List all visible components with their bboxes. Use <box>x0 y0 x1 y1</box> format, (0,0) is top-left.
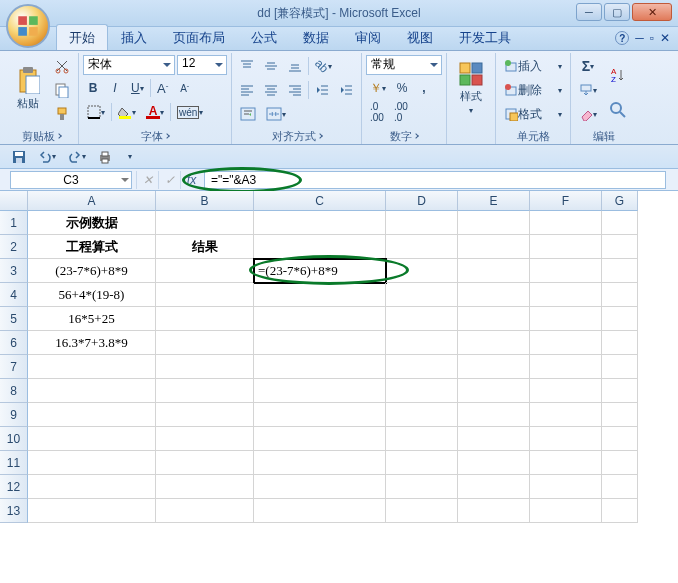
cell-C3[interactable]: =(23-7*6)+8*9 <box>254 259 386 283</box>
row-header-3[interactable]: 3 <box>0 259 28 283</box>
cell-C11[interactable] <box>254 451 386 475</box>
cell-F11[interactable] <box>530 451 602 475</box>
cell-A12[interactable] <box>28 475 156 499</box>
grow-font-button[interactable]: Aˆ <box>153 77 173 99</box>
cell-F10[interactable] <box>530 427 602 451</box>
worksheet[interactable]: ABCDEFG1示例数据2工程算式结果3(23-7*6)+8*9=(23-7*6… <box>0 191 678 523</box>
cell-G5[interactable] <box>602 307 638 331</box>
cell-F5[interactable] <box>530 307 602 331</box>
cell-B4[interactable] <box>156 283 254 307</box>
cell-G11[interactable] <box>602 451 638 475</box>
name-box[interactable]: C3 <box>10 171 132 189</box>
cell-F4[interactable] <box>530 283 602 307</box>
delete-cells-button[interactable]: 删除▾ <box>500 79 566 101</box>
align-middle-button[interactable] <box>260 55 282 77</box>
cell-E4[interactable] <box>458 283 530 307</box>
cell-E6[interactable] <box>458 331 530 355</box>
styles-button[interactable]: 样式 ▾ <box>451 55 491 121</box>
col-header-E[interactable]: E <box>458 191 530 211</box>
align-top-button[interactable] <box>236 55 258 77</box>
tab-formulas[interactable]: 公式 <box>238 24 290 50</box>
fx-button[interactable]: fx <box>180 171 202 189</box>
cell-A6[interactable]: 16.3*7+3.8*9 <box>28 331 156 355</box>
find-button[interactable] <box>603 97 633 123</box>
cell-D10[interactable] <box>386 427 458 451</box>
cell-B2[interactable]: 结果 <box>156 235 254 259</box>
cell-A10[interactable] <box>28 427 156 451</box>
cell-E2[interactable] <box>458 235 530 259</box>
qat-customize-button[interactable]: ▾ <box>120 146 140 168</box>
col-header-D[interactable]: D <box>386 191 458 211</box>
cell-G13[interactable] <box>602 499 638 523</box>
cell-A8[interactable] <box>28 379 156 403</box>
merge-button[interactable]: ▾ <box>262 103 290 125</box>
font-name-select[interactable]: 宋体 <box>83 55 175 75</box>
row-header-10[interactable]: 10 <box>0 427 28 451</box>
cell-E13[interactable] <box>458 499 530 523</box>
close-button[interactable]: ✕ <box>632 3 672 21</box>
row-header-2[interactable]: 2 <box>0 235 28 259</box>
row-header-4[interactable]: 4 <box>0 283 28 307</box>
office-button[interactable] <box>6 4 50 48</box>
font-size-select[interactable]: 12 <box>177 55 227 75</box>
cell-C9[interactable] <box>254 403 386 427</box>
copy-button[interactable] <box>50 79 74 101</box>
row-header-1[interactable]: 1 <box>0 211 28 235</box>
align-bottom-button[interactable] <box>284 55 306 77</box>
cut-button[interactable] <box>50 55 74 77</box>
cell-D9[interactable] <box>386 403 458 427</box>
row-header-5[interactable]: 5 <box>0 307 28 331</box>
col-header-G[interactable]: G <box>602 191 638 211</box>
cell-C6[interactable] <box>254 331 386 355</box>
align-right-button[interactable] <box>284 79 306 101</box>
cell-G8[interactable] <box>602 379 638 403</box>
insert-cells-button[interactable]: 插入▾ <box>500 55 566 77</box>
dialog-launcher-icon[interactable] <box>413 133 419 139</box>
number-format-select[interactable]: 常规 <box>366 55 442 75</box>
minimize-button[interactable]: ─ <box>576 3 602 21</box>
wrap-text-button[interactable] <box>236 103 260 125</box>
cell-B11[interactable] <box>156 451 254 475</box>
cell-F3[interactable] <box>530 259 602 283</box>
row-header-13[interactable]: 13 <box>0 499 28 523</box>
cell-G4[interactable] <box>602 283 638 307</box>
cell-B1[interactable] <box>156 211 254 235</box>
row-header-7[interactable]: 7 <box>0 355 28 379</box>
cell-D3[interactable] <box>386 259 458 283</box>
cell-F8[interactable] <box>530 379 602 403</box>
orientation-button[interactable]: ab▾ <box>311 55 336 77</box>
cell-C1[interactable] <box>254 211 386 235</box>
cell-B9[interactable] <box>156 403 254 427</box>
cell-A13[interactable] <box>28 499 156 523</box>
row-header-6[interactable]: 6 <box>0 331 28 355</box>
dialog-launcher-icon[interactable] <box>317 133 323 139</box>
paste-button[interactable]: 粘贴 <box>8 55 48 121</box>
row-header-8[interactable]: 8 <box>0 379 28 403</box>
tab-data[interactable]: 数据 <box>290 24 342 50</box>
comma-button[interactable]: , <box>414 77 434 99</box>
autosum-button[interactable]: Σ▾ <box>575 55 601 77</box>
decrease-decimal-button[interactable]: .00.0 <box>390 101 412 123</box>
cell-A11[interactable] <box>28 451 156 475</box>
tab-view[interactable]: 视图 <box>394 24 446 50</box>
italic-button[interactable]: I <box>105 77 125 99</box>
cell-B5[interactable] <box>156 307 254 331</box>
select-all-button[interactable] <box>0 191 28 211</box>
quick-print-button[interactable] <box>94 146 116 168</box>
cancel-formula-button[interactable]: ✕ <box>136 171 158 189</box>
col-header-C[interactable]: C <box>254 191 386 211</box>
cell-E12[interactable] <box>458 475 530 499</box>
tab-insert[interactable]: 插入 <box>108 24 160 50</box>
cell-E1[interactable] <box>458 211 530 235</box>
cell-G7[interactable] <box>602 355 638 379</box>
cell-C10[interactable] <box>254 427 386 451</box>
cell-D6[interactable] <box>386 331 458 355</box>
tab-page-layout[interactable]: 页面布局 <box>160 24 238 50</box>
row-header-12[interactable]: 12 <box>0 475 28 499</box>
border-button[interactable]: ▾ <box>83 101 109 123</box>
cell-D13[interactable] <box>386 499 458 523</box>
increase-decimal-button[interactable]: .0.00 <box>366 101 388 123</box>
cell-E7[interactable] <box>458 355 530 379</box>
help-icon[interactable]: ? <box>615 31 629 45</box>
cell-C7[interactable] <box>254 355 386 379</box>
